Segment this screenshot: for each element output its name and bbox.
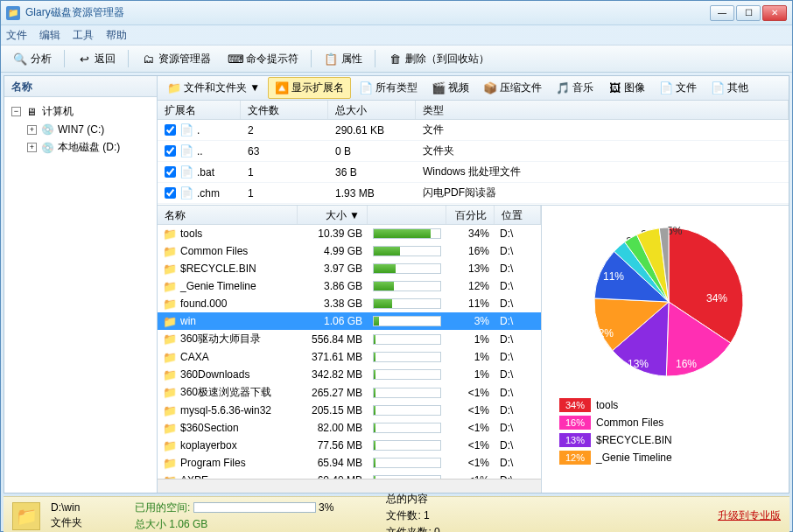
app-window: Glary磁盘资源管理器 — ☐ ✕ 文件 编辑 工具 帮助 🔍分析 ↩返回 🗂…	[0, 0, 793, 532]
drive-icon	[40, 141, 54, 155]
filter-docs[interactable]: 文件	[653, 78, 703, 98]
file-col-loc[interactable]: 位置	[495, 206, 541, 224]
file-col-size[interactable]: 大小 ▼	[298, 206, 368, 224]
file-row[interactable]: mysql-5.6.36-win32205.15 MB<1%D:\	[158, 402, 541, 419]
close-button[interactable]: ✕	[762, 5, 787, 21]
status-size-label: 总大小	[135, 518, 166, 530]
status-size-value: 1.06 GB	[169, 518, 207, 530]
file-col-pct[interactable]: 百分比	[446, 206, 495, 224]
status-total-label: 总的内容	[386, 492, 439, 507]
filter-video[interactable]: 🎬视频	[425, 78, 475, 98]
size-bar	[373, 475, 441, 479]
expand-icon[interactable]: +	[27, 125, 37, 135]
file-row[interactable]: $RECYCLE.BIN3.97 GB13%D:\	[158, 260, 541, 277]
ext-row[interactable]: .2290.61 KB文件	[158, 120, 789, 141]
legend-swatch: 16%	[559, 416, 591, 430]
file-row[interactable]: 360Downloads342.82 MB1%D:\	[158, 366, 541, 383]
file-rows[interactable]: tools10.39 GB34%D:\Common Files4.99 GB16…	[158, 225, 541, 479]
computer-icon	[25, 105, 39, 119]
tree-drive-item[interactable]: +本地磁盘 (D:)	[8, 138, 153, 157]
file-row[interactable]: Program Files65.94 MB<1%D:\	[158, 454, 541, 472]
file-row[interactable]: koplayerbox77.56 MB<1%D:\	[158, 437, 541, 454]
size-bar	[373, 369, 441, 380]
file-row[interactable]: win1.06 GB3%D:\	[158, 312, 541, 330]
filter-other[interactable]: 其他	[705, 78, 754, 98]
file-header: 名称 大小 ▼ 百分比 位置	[158, 206, 541, 225]
collapse-icon[interactable]: −	[11, 107, 21, 116]
folder-icon	[163, 386, 177, 400]
legend-item[interactable]: 12%_Genie Timeline	[551, 449, 780, 466]
ext-col-type[interactable]: 类型	[416, 101, 789, 119]
delete-button[interactable]: 🗑删除（到回收站）	[381, 49, 496, 69]
legend-item[interactable]: 16%Common Files	[551, 414, 780, 431]
other-icon	[711, 81, 725, 95]
ext-col-ext[interactable]: 扩展名	[158, 101, 241, 119]
analyze-button[interactable]: 🔍分析	[6, 49, 59, 69]
horizontal-scrollbar[interactable]	[158, 479, 541, 493]
folder-icon	[163, 456, 177, 470]
explorer-button[interactable]: 🗂资源管理器	[134, 49, 218, 69]
tree-drive-item[interactable]: +WIN7 (C:)	[8, 121, 153, 138]
ext-col-size[interactable]: 总大小	[328, 101, 416, 119]
file-row[interactable]: found.0003.38 GB11%D:\	[158, 295, 541, 312]
folder-icon	[163, 332, 177, 346]
search-icon: 🔍	[13, 52, 27, 66]
back-icon: ↩	[77, 52, 91, 66]
file-icon	[359, 81, 373, 95]
ext-row[interactable]: .bat136 BWindows 批处理文件	[158, 162, 789, 183]
file-col-name[interactable]: 名称	[158, 206, 298, 224]
ext-col-count[interactable]: 文件数	[241, 101, 328, 119]
file-row[interactable]: 360极速浏览器下载265.27 MB<1%D:\	[158, 383, 541, 402]
cmd-button[interactable]: ⌨命令提示符	[221, 49, 305, 69]
ext-row[interactable]: .chm11.93 MB闪电PDF阅读器	[158, 183, 789, 204]
titlebar[interactable]: Glary磁盘资源管理器 — ☐ ✕	[1, 1, 792, 25]
ext-checkbox[interactable]	[165, 166, 176, 178]
filter-archive[interactable]: 📦压缩文件	[477, 78, 548, 98]
file-row[interactable]: tools10.39 GB34%D:\	[158, 225, 541, 242]
ext-checkbox[interactable]	[165, 187, 176, 199]
filter-files-folders[interactable]: 文件和文件夹 ▼	[161, 78, 266, 98]
file-row[interactable]: AXPE60.40 MB<1%D:\	[158, 472, 541, 479]
back-button[interactable]: ↩返回	[70, 49, 123, 69]
pie-label: 11%	[603, 270, 624, 283]
status-folder-icon: 📁	[12, 502, 40, 530]
size-bar	[373, 298, 441, 309]
size-bar	[373, 440, 441, 451]
expand-icon[interactable]: +	[27, 143, 37, 152]
folder-icon	[163, 262, 177, 276]
menu-edit[interactable]: 编辑	[39, 28, 60, 43]
filter-show-extensions[interactable]: 🔼显示扩展名	[268, 77, 351, 99]
file-row[interactable]: _Genie Timeline3.86 GB12%D:\	[158, 277, 541, 295]
sidebar-header[interactable]: 名称	[4, 76, 157, 97]
filter-image[interactable]: 🖼图像	[601, 78, 651, 98]
filter-music[interactable]: 🎵音乐	[550, 78, 600, 98]
legend-item[interactable]: 34%tools	[551, 396, 780, 414]
maximize-button[interactable]: ☐	[736, 5, 761, 21]
properties-button[interactable]: 📋属性	[317, 49, 369, 69]
tree-root-computer[interactable]: − 计算机	[8, 102, 153, 121]
file-row[interactable]: 360驱动大师目录556.84 MB1%D:\	[158, 330, 541, 348]
ext-checkbox[interactable]	[165, 124, 176, 136]
menu-help[interactable]: 帮助	[106, 28, 127, 43]
size-bar	[373, 388, 441, 398]
menu-file[interactable]: 文件	[6, 28, 27, 43]
minimize-button[interactable]: —	[710, 5, 734, 21]
menu-tools[interactable]: 工具	[73, 28, 94, 43]
separator	[311, 50, 312, 67]
ext-row[interactable]: ..630 B文件夹	[158, 141, 789, 162]
folder-icon	[163, 421, 177, 435]
legend-item[interactable]: 13%$RECYCLE.BIN	[551, 431, 780, 449]
doc-icon	[659, 81, 673, 95]
file-col-bar[interactable]	[368, 206, 446, 224]
ext-rows: .2290.61 KB文件..630 B文件夹.bat136 BWindows …	[158, 120, 789, 206]
upgrade-link[interactable]: 升级到专业版	[718, 508, 781, 523]
file-row[interactable]: CAXA371.61 MB1%D:\	[158, 348, 541, 366]
folder-icon	[163, 403, 177, 417]
legend-swatch: 12%	[559, 451, 591, 465]
properties-icon: 📋	[324, 52, 338, 66]
folder-icon	[163, 227, 177, 241]
file-row[interactable]: Common Files4.99 GB16%D:\	[158, 242, 541, 260]
ext-checkbox[interactable]	[165, 145, 176, 157]
file-row[interactable]: $360Section82.00 MB<1%D:\	[158, 419, 541, 437]
filter-all-types[interactable]: 所有类型	[353, 78, 424, 98]
